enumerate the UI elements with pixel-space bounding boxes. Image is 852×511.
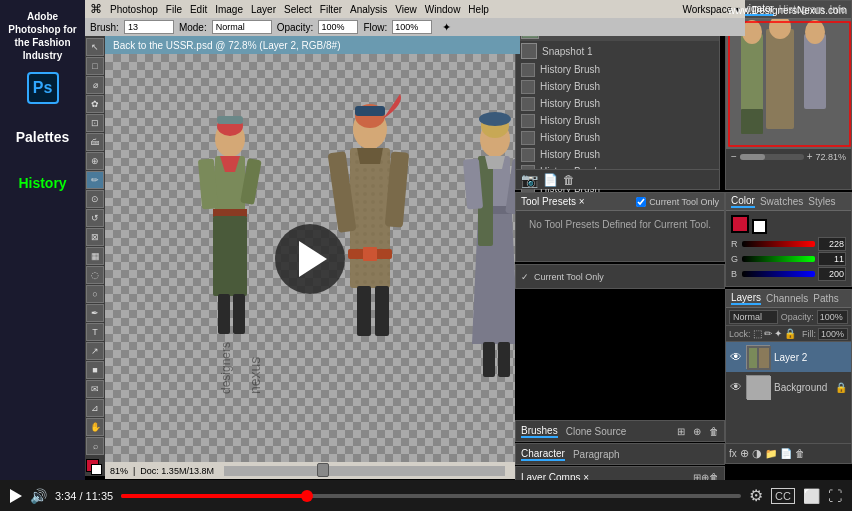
menu-photoshop[interactable]: Photoshop — [110, 4, 158, 15]
layer2-eye-icon[interactable]: 👁 — [730, 350, 742, 364]
layer-opacity-input[interactable]: 100% — [817, 310, 848, 324]
history-item[interactable]: History Brush — [516, 129, 719, 146]
create-snapshot-btn[interactable]: 📷 — [521, 172, 538, 188]
progress-track[interactable] — [224, 466, 505, 476]
tab-color[interactable]: Color — [731, 195, 755, 208]
menu-window[interactable]: Window — [425, 4, 461, 15]
history-item[interactable]: History Brush — [516, 78, 719, 95]
nav-thumbnail[interactable] — [726, 19, 851, 149]
video-play-button[interactable] — [275, 224, 345, 294]
play-pause-button[interactable] — [10, 489, 22, 503]
tab-paragraph[interactable]: Paragraph — [573, 449, 620, 460]
zoom-in-btn[interactable]: + — [807, 151, 813, 162]
brush-tool[interactable]: ✏ — [86, 171, 104, 189]
airbrush-icon[interactable]: ✦ — [442, 21, 451, 34]
zoom-tool[interactable]: ⌕ — [86, 437, 104, 455]
history-item[interactable]: History Brush — [516, 95, 719, 112]
layer-mask-btn[interactable]: ⊕ — [740, 447, 749, 460]
hand-tool[interactable]: ✋ — [86, 418, 104, 436]
notes-tool[interactable]: ✉ — [86, 380, 104, 398]
lock-image-btn[interactable]: ✏ — [764, 328, 772, 339]
clone-tool[interactable]: ⊙ — [86, 190, 104, 208]
move-tool[interactable]: ↖ — [86, 38, 104, 56]
b-slider[interactable] — [742, 271, 815, 277]
pen-tool[interactable]: ✒ — [86, 304, 104, 322]
tab-channels[interactable]: Channels — [766, 293, 808, 304]
r-slider[interactable] — [742, 241, 815, 247]
type-tool[interactable]: T — [86, 323, 104, 341]
settings-icon[interactable]: ⚙ — [749, 486, 763, 505]
apple-menu[interactable]: ⌘ — [90, 2, 102, 16]
path-selection-tool[interactable]: ↗ — [86, 342, 104, 360]
brushes-options-btn[interactable]: ⊞ — [677, 426, 685, 437]
brushes-panel-icon2[interactable]: 🗑 — [709, 426, 719, 437]
fg-bg-color-swatch[interactable] — [86, 459, 104, 474]
history-brush-tool[interactable]: ↺ — [86, 209, 104, 227]
create-new-doc-btn[interactable]: 📄 — [543, 173, 558, 187]
menu-layer[interactable]: Layer — [251, 4, 276, 15]
snapshot1-row[interactable]: Snapshot 1 — [516, 41, 719, 61]
tab-swatches[interactable]: Swatches — [760, 196, 803, 207]
flow-input[interactable]: 100% — [392, 20, 432, 34]
healing-tool[interactable]: ⊕ — [86, 152, 104, 170]
tab-character[interactable]: Character — [521, 448, 565, 461]
history-item[interactable]: History Brush — [516, 112, 719, 129]
fill-input[interactable]: 100% — [818, 328, 848, 340]
menu-select[interactable]: Select — [284, 4, 312, 15]
g-value-input[interactable] — [818, 252, 846, 266]
menu-file[interactable]: File — [166, 4, 182, 15]
bg-color-swatch[interactable] — [752, 219, 767, 234]
bg-layer-eye-icon[interactable]: 👁 — [730, 380, 742, 394]
tab-brushes[interactable]: Brushes — [521, 425, 558, 438]
eyedropper2-tool[interactable]: ⊿ — [86, 399, 104, 417]
r-value-input[interactable] — [818, 237, 846, 251]
menu-image[interactable]: Image — [215, 4, 243, 15]
quick-select-tool[interactable]: ✿ — [86, 95, 104, 113]
lock-position-btn[interactable]: ✦ — [774, 328, 782, 339]
lasso-tool[interactable]: ⌀ — [86, 76, 104, 94]
menu-edit[interactable]: Edit — [190, 4, 207, 15]
background-layer-row[interactable]: 👁 Background 🔒 — [726, 372, 851, 402]
g-slider[interactable] — [742, 256, 815, 262]
menu-filter[interactable]: Filter — [320, 4, 342, 15]
brush-picker[interactable]: 13 — [124, 20, 174, 34]
dodge-tool[interactable]: ○ — [86, 285, 104, 303]
menu-view[interactable]: View — [395, 4, 417, 15]
layer-adj-btn[interactable]: ◑ — [752, 447, 762, 460]
tab-styles[interactable]: Styles — [808, 196, 835, 207]
lock-transparent-btn[interactable]: ⬚ — [753, 328, 762, 339]
history-item[interactable]: History Brush — [516, 61, 719, 78]
shape-tool[interactable]: ■ — [86, 361, 104, 379]
theater-icon[interactable]: ⬜ — [803, 488, 820, 504]
zoom-out-btn[interactable]: − — [731, 151, 737, 162]
progress-bar-thumb[interactable] — [301, 490, 313, 502]
menu-analysis[interactable]: Analysis — [350, 4, 387, 15]
blur-tool[interactable]: ◌ — [86, 266, 104, 284]
opacity-input[interactable]: 100% — [318, 20, 358, 34]
lock-all-btn[interactable]: 🔒 — [784, 328, 796, 339]
current-tool-checkbox[interactable] — [636, 197, 646, 207]
blend-mode-select[interactable]: Normal — [729, 310, 778, 324]
tab-clone-source[interactable]: Clone Source — [566, 426, 627, 437]
scrubber-handle[interactable] — [317, 463, 329, 477]
gradient-tool[interactable]: ▦ — [86, 247, 104, 265]
layer2-row[interactable]: 👁 Layer 2 — [726, 342, 851, 372]
b-value-input[interactable] — [818, 267, 846, 281]
menu-help[interactable]: Help — [468, 4, 489, 15]
layer-delete-btn[interactable]: 🗑 — [795, 448, 805, 459]
zoom-slider[interactable] — [740, 154, 804, 160]
eraser-tool[interactable]: ⊠ — [86, 228, 104, 246]
delete-state-btn[interactable]: 🗑 — [563, 173, 575, 187]
fg-color-swatch[interactable] — [731, 215, 749, 233]
eyedropper-tool[interactable]: 🖮 — [86, 133, 104, 151]
mode-select[interactable]: Normal — [212, 20, 272, 34]
brushes-panel-icon1[interactable]: ⊕ — [693, 426, 701, 437]
marquee-tool[interactable]: □ — [86, 57, 104, 75]
layer-fx-btn[interactable]: fx — [729, 448, 737, 459]
layer-group-btn[interactable]: 📁 — [765, 448, 777, 459]
tab-layers[interactable]: Layers — [731, 292, 761, 305]
cc-button[interactable]: CC — [771, 488, 795, 504]
tab-paths[interactable]: Paths — [813, 293, 839, 304]
fullscreen-icon[interactable]: ⛶ — [828, 488, 842, 504]
history-item[interactable]: History Brush — [516, 146, 719, 163]
